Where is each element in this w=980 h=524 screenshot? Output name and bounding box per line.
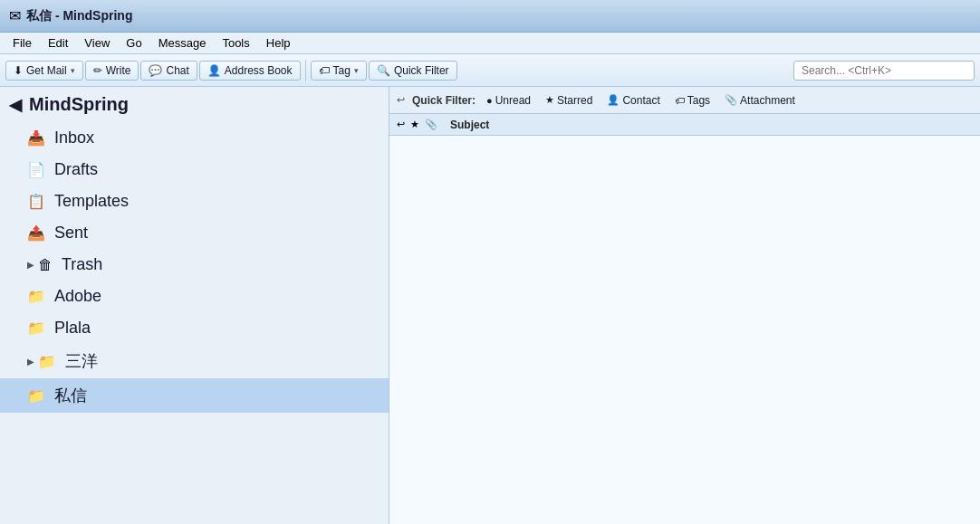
menu-item-go[interactable]: Go (119, 34, 149, 52)
menu-item-tools[interactable]: Tools (215, 34, 256, 52)
app-icon: ✉ (9, 7, 21, 24)
qf-unread-label: Unread (495, 94, 531, 107)
account-icon: ◀ (9, 95, 22, 115)
trash-expand-icon: ▶ (27, 260, 34, 270)
sidebar-item-sanyo-label: 三洋 (65, 350, 98, 372)
chat-icon: 💬 (149, 64, 162, 77)
quick-filter-label: Quick Filter: (412, 94, 476, 107)
qf-contact-label: Contact (622, 94, 659, 107)
attach-col-icon: 📎 (425, 119, 437, 130)
sidebar-item-drafts[interactable]: 📄 Drafts (0, 154, 389, 186)
tags-icon: 🏷 (675, 95, 685, 106)
sidebar-account[interactable]: ◀ MindSpring (0, 87, 389, 122)
get-mail-dropdown-icon: ▾ (71, 66, 75, 75)
quick-filter-arrow-icon: ↩ (397, 94, 405, 106)
address-book-icon: 👤 (207, 64, 221, 77)
drafts-icon: 📄 (27, 161, 45, 178)
qf-tags-label: Tags (687, 94, 710, 107)
star-col-icon: ★ (410, 119, 419, 130)
trash-icon: 🗑 (38, 257, 53, 273)
email-list-header: ↩ ★ 📎 Subject (389, 114, 980, 136)
menu-item-message[interactable]: Message (151, 34, 214, 52)
sidebar-item-templates-label: Templates (54, 192, 129, 211)
qf-contact-button[interactable]: 👤 Contact (603, 93, 663, 108)
sidebar-item-inbox[interactable]: 📥 Inbox (0, 122, 389, 154)
email-list-body (389, 136, 980, 524)
sanyo-expand-icon: ▶ (27, 357, 34, 367)
inbox-icon: 📥 (27, 129, 45, 147)
adobe-icon: 📁 (27, 288, 45, 305)
account-name: MindSpring (29, 94, 129, 115)
content-area: ↩ Quick Filter: ● Unread ★ Starred 👤 Con… (389, 87, 980, 524)
qf-starred-label: Starred (557, 94, 592, 107)
write-button[interactable]: ✏ Write (85, 61, 139, 81)
tag-label: Tag (333, 64, 351, 77)
main-area: ◀ MindSpring 📥 Inbox 📄 Drafts 📋 Template… (0, 87, 980, 524)
menu-item-edit[interactable]: Edit (41, 34, 75, 52)
get-mail-button[interactable]: ⬇ Get Mail ▾ (5, 61, 83, 81)
qf-unread-button[interactable]: ● Unread (483, 93, 534, 108)
title-bar: ✉ 私信 - MindSpring (0, 0, 980, 33)
sidebar-item-drafts-label: Drafts (54, 160, 98, 179)
sidebar-item-trash[interactable]: ▶ 🗑 Trash (0, 249, 389, 281)
plala-icon: 📁 (27, 319, 45, 337)
write-icon: ✏ (93, 64, 102, 77)
sidebar-item-sent[interactable]: 📤 Sent (0, 217, 389, 249)
column-icons: ↩ ★ 📎 (397, 119, 437, 130)
menu-item-view[interactable]: View (77, 34, 117, 52)
sidebar-item-plala[interactable]: 📁 Plala (0, 312, 389, 344)
sidebar-item-shishin[interactable]: 📁 私信 (0, 378, 389, 413)
sidebar-item-adobe[interactable]: 📁 Adobe (0, 281, 389, 312)
qf-tags-button[interactable]: 🏷 Tags (671, 93, 714, 108)
chat-button[interactable]: 💬 Chat (140, 61, 197, 81)
search-input[interactable] (793, 61, 975, 81)
sidebar-item-sent-label: Sent (54, 224, 88, 243)
sidebar-item-adobe-label: Adobe (54, 287, 101, 306)
qf-starred-button[interactable]: ★ Starred (542, 93, 596, 108)
qf-attachment-label: Attachment (740, 94, 795, 107)
shishin-icon: 📁 (27, 387, 45, 405)
sidebar-item-plala-label: Plala (54, 319, 91, 338)
quick-filter-icon: 🔍 (377, 64, 390, 77)
get-mail-icon: ⬇ (14, 64, 23, 77)
tag-button[interactable]: 🏷 Tag ▾ (311, 61, 367, 81)
address-book-button[interactable]: 👤 Address Book (199, 61, 301, 81)
templates-icon: 📋 (27, 193, 45, 210)
sidebar-item-inbox-label: Inbox (54, 129, 94, 148)
quick-filter-label: Quick Filter (394, 64, 449, 77)
unread-icon: ● (486, 95, 493, 106)
quick-filter-button[interactable]: 🔍 Quick Filter (369, 61, 457, 81)
sidebar-item-templates[interactable]: 📋 Templates (0, 186, 389, 217)
toolbar-separator-1 (305, 60, 306, 81)
subject-column-header: Subject (450, 119, 489, 131)
tag-dropdown-icon: ▾ (354, 66, 359, 75)
contact-icon: 👤 (607, 94, 620, 106)
title-bar-text: 私信 - MindSpring (26, 8, 132, 24)
menu-bar: FileEditViewGoMessageToolsHelp (0, 33, 980, 54)
get-mail-label: Get Mail (26, 64, 67, 77)
quick-filter-bar: ↩ Quick Filter: ● Unread ★ Starred 👤 Con… (389, 87, 980, 114)
sidebar-item-shishin-label: 私信 (54, 385, 87, 406)
sidebar-item-sanyo[interactable]: ▶ 📁 三洋 (0, 344, 389, 378)
sidebar: ◀ MindSpring 📥 Inbox 📄 Drafts 📋 Template… (0, 87, 389, 524)
write-label: Write (106, 64, 131, 77)
thread-icon: ↩ (397, 119, 405, 130)
menu-item-file[interactable]: File (5, 34, 39, 52)
starred-icon: ★ (545, 94, 554, 106)
sanyo-icon: 📁 (38, 353, 56, 370)
sidebar-item-trash-label: Trash (62, 255, 102, 274)
address-book-label: Address Book (225, 64, 293, 77)
menu-item-help[interactable]: Help (259, 34, 298, 52)
qf-attachment-button[interactable]: 📎 Attachment (721, 93, 799, 108)
tag-icon: 🏷 (319, 64, 330, 77)
chat-label: Chat (166, 64, 188, 77)
attachment-icon: 📎 (725, 94, 737, 106)
toolbar: ⬇ Get Mail ▾ ✏ Write 💬 Chat 👤 Address Bo… (0, 54, 980, 87)
sent-icon: 📤 (27, 224, 45, 242)
